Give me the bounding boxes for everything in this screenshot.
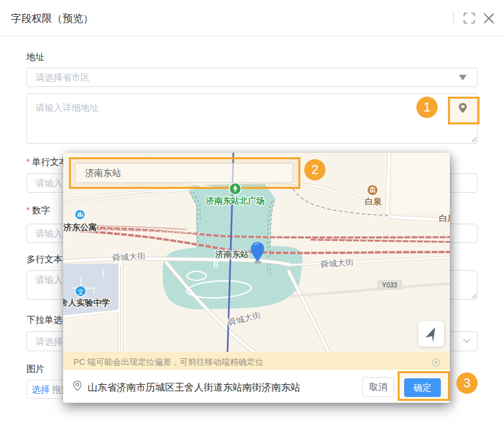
svg-text:济南东站北广场: 济南东站北广场 <box>206 196 265 206</box>
svg-text:济南东站: 济南东站 <box>215 249 249 259</box>
svg-text:白泉: 白泉 <box>439 213 450 223</box>
svg-text:白泉: 白泉 <box>365 197 382 206</box>
svg-text:Y033: Y033 <box>382 282 398 289</box>
svg-text:王舍人实验中学: 王舍人实验中学 <box>63 298 110 307</box>
svg-text:济东公寓: 济东公寓 <box>63 222 97 232</box>
svg-text:文: 文 <box>77 288 84 296</box>
